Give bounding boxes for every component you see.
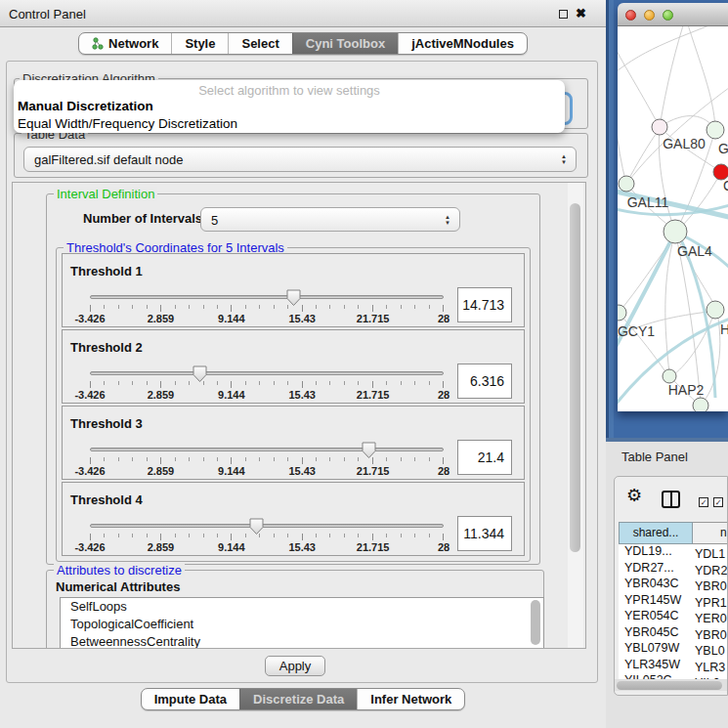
scale-label: 2.859: [148, 541, 175, 553]
gear-icon[interactable]: ⚙: [626, 485, 642, 506]
split-view-icon[interactable]: [662, 491, 680, 508]
network-window-titlebar[interactable]: [618, 3, 728, 26]
algorithm-option-equal-width-frequency-discretization[interactable]: Equal Width/Frequency Discretization: [14, 115, 565, 133]
interval-definition-label: Interval Definition: [54, 187, 157, 201]
table-hscrollbar-track[interactable]: [615, 679, 728, 691]
tab-style[interactable]: Style: [171, 33, 228, 54]
tab-network[interactable]: Network: [79, 33, 171, 54]
tab-infer-network[interactable]: Infer Network: [357, 689, 464, 709]
scale-label: 15.43: [288, 465, 316, 477]
tab-impute-data[interactable]: Impute Data: [142, 689, 239, 709]
table-row[interactable]: YER054CYER0: [619, 609, 728, 625]
table-row[interactable]: YDL19...YDL1: [619, 544, 728, 561]
slider-track[interactable]: [90, 295, 444, 299]
tab-jactivemnodules[interactable]: jActiveMNodules: [398, 33, 527, 54]
network-node-gal11[interactable]: [619, 176, 634, 192]
slider-thumb[interactable]: [193, 365, 208, 383]
numerical-attributes-list[interactable]: SelfLoopsTopologicalCoefficientBetweenne…: [60, 597, 544, 649]
scale-label: 21.715: [357, 541, 390, 553]
scale-label: -3.426: [74, 313, 105, 324]
threshold-slider[interactable]: -3.4262.8599.14415.4321.71528: [90, 442, 444, 479]
cell-name: YLR3: [691, 661, 725, 674]
threshold-label: Threshold 2: [70, 340, 143, 355]
apply-button[interactable]: Apply: [265, 656, 325, 676]
slider-track[interactable]: [90, 524, 444, 528]
attribute-item-selfloops[interactable]: SelfLoops: [61, 598, 543, 616]
table-row[interactable]: YPR145WYPR1: [619, 593, 728, 610]
table-hscrollbar-thumb[interactable]: [617, 681, 722, 690]
tab-label: Infer Network: [370, 692, 451, 707]
node-label: GAL80: [663, 136, 706, 151]
network-node-hap2[interactable]: [663, 369, 676, 383]
threshold-slider[interactable]: -3.4262.8599.14415.4321.71528: [90, 289, 444, 326]
network-edge[interactable]: [619, 313, 666, 373]
attributes-list-scrollbar[interactable]: [531, 600, 540, 645]
table-data-combobox[interactable]: galFiltered.sif default node ▲▼: [23, 147, 577, 172]
scale-label: 21.715: [357, 389, 390, 401]
network-edge[interactable]: [618, 65, 626, 184]
slider-thumb[interactable]: [249, 518, 265, 535]
scale-label: 15.43: [288, 313, 316, 324]
threshold-value-field[interactable]: 21.4: [457, 440, 512, 475]
network-node-h[interactable]: [707, 301, 724, 319]
threshold-slider[interactable]: -3.4262.8599.14415.4321.71528: [90, 365, 444, 403]
slider-track[interactable]: [90, 448, 444, 451]
algorithm-option-manual-discretization[interactable]: Manual Discretization: [14, 98, 565, 115]
network-node-gcy1[interactable]: [618, 305, 626, 321]
threshold-slider[interactable]: -3.4262.8599.14415.4321.71528: [90, 518, 444, 555]
tab-label: Select: [241, 36, 278, 51]
tab-label: jActiveMNodules: [411, 36, 514, 51]
checkbox-icon[interactable]: ✓: [713, 497, 723, 507]
scale-label: -3.426: [74, 465, 105, 477]
network-edge[interactable]: [686, 26, 715, 128]
network-edge[interactable]: [618, 36, 660, 127]
column-header-shared-name[interactable]: shared...: [619, 522, 693, 544]
attribute-item-betweennesscentrality[interactable]: BetweennessCentrality: [61, 633, 543, 649]
close-icon[interactable]: ✖: [576, 6, 586, 21]
window-zoom-button[interactable]: [663, 10, 673, 21]
cell-name: YDL1: [691, 547, 725, 561]
attribute-item-topologicalcoefficient[interactable]: TopologicalCoefficient: [61, 616, 543, 633]
table-row[interactable]: YLR345WYLR3: [619, 658, 728, 674]
network-edge[interactable]: [618, 26, 720, 75]
tab-label: Network: [108, 36, 158, 51]
table-row[interactable]: YBL079WYBL0: [619, 641, 728, 658]
slider-thumb[interactable]: [286, 289, 302, 307]
network-edge[interactable]: [626, 130, 659, 184]
application-root: Control Panel ✖ NetworkStyleSelectCyni T…: [0, 0, 728, 728]
window-minimize-button[interactable]: [644, 10, 655, 21]
network-node-gal80[interactable]: [652, 119, 667, 135]
scale-label: 21.715: [357, 313, 390, 324]
scale-label: 15.43: [288, 389, 316, 401]
settings-scrollbar-thumb[interactable]: [570, 203, 580, 552]
network-node-gal4[interactable]: [664, 220, 687, 243]
table-row[interactable]: YBR045CYBR0: [619, 625, 728, 642]
checkbox-icon[interactable]: ✓: [699, 497, 708, 507]
threshold-value-field[interactable]: 14.713: [457, 287, 512, 322]
table-row[interactable]: YBR043CYBR0: [619, 577, 728, 593]
threshold-value-field[interactable]: 6.316: [457, 364, 512, 399]
network-edge[interactable]: [660, 26, 686, 127]
tab-discretize-data[interactable]: Discretize Data: [239, 689, 357, 709]
column-header-name[interactable]: n: [693, 522, 728, 544]
number-of-intervals-spinner[interactable]: 5 ▲▼: [200, 207, 460, 232]
table-row[interactable]: YDR27...YDR2: [619, 561, 728, 578]
scale-label: 2.859: [148, 389, 175, 401]
numerical-attributes-label: Numerical Attributes: [56, 579, 180, 594]
slider-track[interactable]: [90, 371, 444, 375]
tab-cyni-toolbox[interactable]: Cyni Toolbox: [292, 33, 398, 54]
float-window-icon[interactable]: [559, 10, 568, 19]
scale-label: 21.715: [357, 465, 390, 477]
cell-shared-name: YER054C: [619, 609, 691, 622]
tab-select[interactable]: Select: [228, 33, 291, 54]
window-close-button[interactable]: [625, 10, 636, 21]
network-node[interactable]: [693, 398, 708, 411]
threshold-label: Threshold 3: [70, 416, 143, 431]
network-node-ga[interactable]: [707, 121, 724, 139]
scale-label: 2.859: [148, 313, 175, 324]
network-view[interactable]: GAL80GACGAL11GAL4GCY1HHAP2: [618, 26, 728, 411]
slider-thumb[interactable]: [362, 442, 377, 459]
threshold-value-field[interactable]: 11.344: [457, 516, 512, 551]
cell-shared-name: YBL079W: [619, 641, 691, 655]
network-edge[interactable]: [681, 172, 721, 227]
